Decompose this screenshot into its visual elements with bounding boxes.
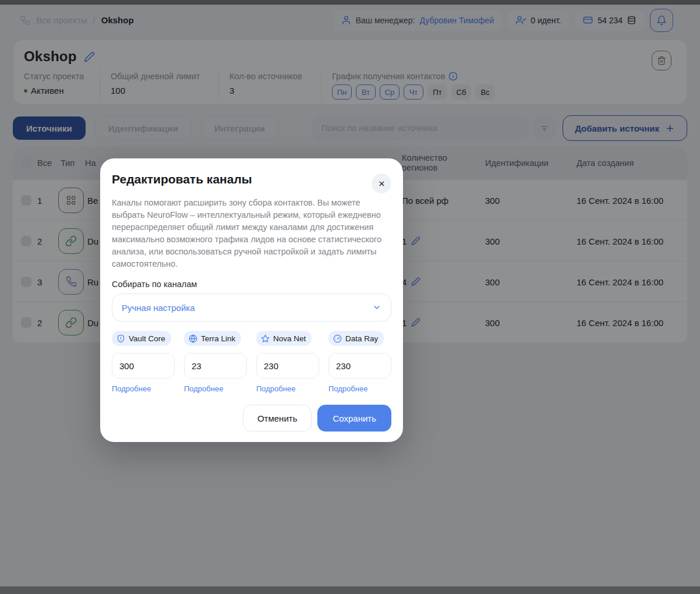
close-icon (378, 180, 386, 188)
globe-icon (189, 334, 197, 343)
mode-select[interactable]: Ручная настройка (112, 294, 391, 321)
channel-limit-input[interactable] (184, 353, 247, 379)
channel-chip: Data Ray (328, 331, 384, 346)
shield-alert-icon (116, 334, 125, 343)
chevron-down-icon (372, 303, 381, 312)
channel-chip: Terra Link (184, 331, 241, 346)
channel-more-link[interactable]: Подробнее (256, 384, 295, 393)
channel-name: Data Ray (345, 334, 378, 343)
channel-chip: Nova Net (256, 331, 312, 346)
cancel-button[interactable]: Отменить (243, 405, 312, 432)
channel-more-link[interactable]: Подробнее (328, 384, 367, 393)
gauge-icon (333, 334, 342, 343)
modal-close-button[interactable] (372, 174, 391, 193)
channel-more-link[interactable]: Подробнее (112, 384, 151, 393)
star-icon (261, 334, 270, 343)
channel-more-link[interactable]: Подробнее (184, 384, 223, 393)
channel-chip: Vault Core (112, 331, 171, 346)
channel-limit-input[interactable] (328, 353, 391, 379)
modal-title: Редактировать каналы (112, 172, 391, 186)
channels-field-label: Собирать по каналам (112, 280, 391, 289)
channel-limit-input[interactable] (256, 353, 319, 379)
modal-footer: Отменить Сохранить (112, 405, 391, 432)
save-button[interactable]: Сохранить (317, 405, 391, 432)
channel-name: Nova Net (273, 334, 306, 343)
modal-description: Каналы помогают расширить зону сбора кон… (112, 197, 391, 270)
window-bottombar (0, 586, 700, 594)
app-page: Все проекты / Okshop Ваш менеджер: Дубро… (0, 5, 700, 586)
window-titlebar (0, 0, 700, 5)
channel-name: Vault Core (129, 334, 165, 343)
channel-limit-input[interactable] (112, 353, 175, 379)
channels-grid: Vault Core Terra Link Nova Net (112, 331, 391, 393)
mode-select-value: Ручная настройка (122, 303, 195, 313)
screen: Все проекты / Okshop Ваш менеджер: Дубро… (0, 0, 700, 594)
edit-channels-modal: Редактировать каналы Каналы помогают рас… (100, 158, 403, 442)
channel-name: Terra Link (201, 334, 235, 343)
